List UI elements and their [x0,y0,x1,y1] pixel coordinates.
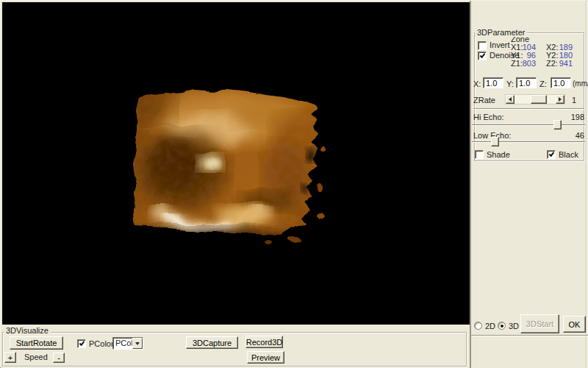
visualize-group-title: 3DVisualize [4,326,51,335]
pcolor-checkbox[interactable] [77,339,86,348]
shade-label: Shade [487,150,510,159]
arrow-right-icon [559,97,562,102]
zone-z1-value: 803 [515,59,536,68]
preview-button[interactable]: Preview [247,351,284,364]
speed-plus-button[interactable]: + [4,352,16,363]
shade-checkbox[interactable] [475,150,484,159]
capture-3d-button[interactable]: 3DCapture [186,336,238,349]
hi-echo-value: 198 [561,113,584,121]
render-viewport[interactable] [2,2,470,325]
invert-checkbox[interactable] [478,41,487,50]
visualize-panel: 3DVisualize StartRotate PColor PColor + … [1,325,470,368]
parameter-group-title: 3DParameter [475,28,527,37]
chevron-down-icon [135,342,140,345]
parameter-panel: 3DParameter Invert Denoise Zone X1: 104 … [470,1,588,368]
ok-button[interactable]: OK [563,316,586,333]
check-icon [480,52,486,58]
z-scale-label: Z: [539,79,547,88]
low-echo-value: 46 [561,131,584,140]
check-icon [79,340,85,346]
speed-label: Speed [24,353,48,361]
x-scale-input[interactable] [483,77,503,88]
speed-minus-button[interactable]: - [53,353,65,363]
application-window: 3DParameter Invert Denoise Zone X1: 104 … [0,0,588,368]
start-3d-button[interactable]: 3DStart [520,314,559,333]
denoise-checkbox[interactable] [478,52,487,60]
zrate-scrollbar-thumb[interactable] [531,95,547,104]
x-scale-label: X: [473,79,481,88]
zrate-scroll-right-button[interactable] [556,95,564,104]
separator-line [473,108,584,110]
mode-3d-label: 3D [509,322,519,330]
check-icon [549,151,555,157]
record-3d-button[interactable]: Record3D [245,336,283,348]
hi-echo-slider-track[interactable] [472,124,585,126]
invert-label: Invert [490,40,510,49]
pcolor-dropdown-button[interactable] [132,338,143,349]
panel-edge-line [586,1,587,368]
low-echo-slider-thumb[interactable] [491,137,499,146]
separator-line [471,335,588,336]
zone-z2-value: 941 [551,59,573,68]
ultrasound-volume-render [2,2,470,325]
zrate-scroll-left-button[interactable] [506,95,514,104]
pcolor-checkbox-label: PColor [89,339,114,348]
mode-2d-label: 2D [485,322,495,330]
zrate-label: ZRate [473,96,495,105]
hi-echo-slider-thumb[interactable] [553,120,562,130]
arrow-left-icon [509,97,512,102]
black-checkbox[interactable] [547,150,556,159]
black-label: Black [559,150,578,159]
mode-2d-radio[interactable] [474,322,482,330]
y-scale-label: Y: [506,79,514,88]
scale-unit-label: (mm/p) [573,79,588,88]
zrate-value: 1 [572,96,576,105]
hi-echo-label: Hi Echo: [473,113,504,121]
low-echo-slider-track[interactable] [472,141,585,143]
y-scale-input[interactable] [516,77,537,88]
mode-3d-radio[interactable] [498,322,506,330]
radio-dot-icon [501,325,503,328]
z-scale-input[interactable] [551,77,571,88]
pcolor-dropdown[interactable]: PColor [112,337,143,350]
start-rotate-button[interactable]: StartRotate [10,336,63,350]
zrate-scrollbar[interactable] [505,94,565,105]
